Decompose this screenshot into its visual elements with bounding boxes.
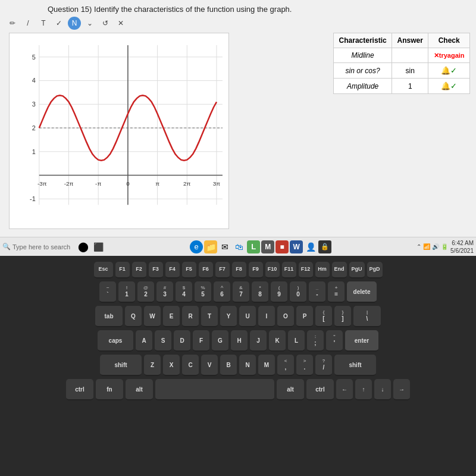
key-0[interactable]: )0 [290, 281, 306, 303]
key-c[interactable]: C [182, 355, 199, 376]
key-m[interactable]: M [258, 355, 275, 376]
line-tool[interactable]: / [21, 17, 35, 30]
key-f9[interactable]: F9 [249, 262, 263, 278]
key-o[interactable]: O [277, 306, 294, 327]
store-icon[interactable]: 🛍 [233, 240, 246, 253]
search-placeholder[interactable]: Type here to search [12, 243, 70, 250]
key-semicolon[interactable]: :; [307, 330, 324, 352]
key-8[interactable]: *8 [252, 281, 268, 303]
key-f5[interactable]: F5 [182, 262, 196, 278]
mail-icon[interactable]: ✉ [218, 240, 231, 253]
key-left[interactable]: ← [336, 379, 353, 400]
key-f8[interactable]: F8 [232, 262, 246, 278]
key-f7[interactable]: F7 [215, 262, 230, 278]
key-lalt[interactable]: alt [126, 379, 153, 400]
key-3[interactable]: #3 [156, 281, 173, 303]
key-i[interactable]: I [258, 306, 275, 327]
key-backspace[interactable]: delete [347, 281, 377, 303]
key-l[interactable]: L [288, 330, 305, 352]
key-minus[interactable]: _- [309, 281, 325, 303]
key-slash[interactable]: ?/ [315, 355, 332, 376]
key-q[interactable]: Q [125, 306, 142, 327]
key-y[interactable]: Y [220, 306, 237, 327]
key-g[interactable]: G [212, 330, 228, 352]
key-d[interactable]: D [174, 330, 190, 352]
key-quote[interactable]: "' [326, 330, 343, 352]
answer-midline[interactable] [392, 48, 428, 63]
key-2[interactable]: @2 [137, 281, 154, 303]
time-block[interactable]: 6:42 AM 5/6/2021 [450, 239, 474, 255]
l-icon[interactable]: L [247, 240, 260, 253]
key-9[interactable]: (9 [271, 281, 287, 303]
key-p[interactable]: P [296, 306, 313, 327]
photo-icon[interactable]: 👤 [304, 240, 317, 253]
key-pgdn[interactable]: PgD [367, 262, 383, 278]
n-tool[interactable]: N [68, 17, 81, 30]
key-rshift[interactable]: shift [334, 355, 376, 376]
key-lbracket[interactable]: {[ [315, 306, 332, 327]
text-tool[interactable]: T [37, 17, 50, 30]
key-f6[interactable]: F6 [199, 262, 213, 278]
edge-icon[interactable]: e [190, 240, 203, 253]
key-rctrl[interactable]: ctrl [306, 379, 334, 400]
word-icon[interactable]: W [290, 240, 303, 253]
key-pgup[interactable]: PgU [349, 262, 365, 278]
key-up[interactable]: ↑ [355, 379, 372, 400]
key-f11[interactable]: F11 [282, 262, 296, 278]
key-b[interactable]: B [220, 355, 237, 376]
key-e[interactable]: E [163, 306, 180, 327]
key-r[interactable]: R [182, 306, 199, 327]
key-rbracket[interactable]: }] [334, 306, 351, 327]
taskbar-square[interactable]: ⬛ [92, 240, 105, 253]
key-home[interactable]: Hm [315, 262, 330, 278]
key-enter[interactable]: enter [345, 330, 378, 352]
key-f2[interactable]: F2 [132, 262, 146, 278]
key-f[interactable]: F [193, 330, 209, 352]
key-comma[interactable]: <, [277, 355, 294, 376]
key-space[interactable] [155, 379, 274, 400]
key-z[interactable]: Z [144, 355, 161, 376]
key-equals[interactable]: += [328, 281, 345, 303]
key-u[interactable]: U [239, 306, 256, 327]
key-right[interactable]: → [393, 379, 410, 400]
key-lshift[interactable]: shift [100, 355, 142, 376]
close-tool[interactable]: ✕ [114, 17, 127, 30]
key-f1[interactable]: F1 [115, 262, 130, 278]
key-f4[interactable]: F4 [165, 262, 180, 278]
key-a[interactable]: A [136, 330, 152, 352]
key-4[interactable]: $4 [176, 281, 192, 303]
key-7[interactable]: &7 [233, 281, 249, 303]
m-icon[interactable]: M [261, 240, 274, 253]
key-lctrl[interactable]: ctrl [66, 379, 93, 400]
key-k[interactable]: K [269, 330, 286, 352]
key-6[interactable]: ^6 [214, 281, 230, 303]
key-j[interactable]: J [250, 330, 267, 352]
undo-tool[interactable]: ↺ [99, 17, 112, 30]
key-fn[interactable]: fn [96, 379, 123, 400]
taskbar-circle[interactable]: ⬤ [77, 240, 90, 253]
key-h[interactable]: H [231, 330, 248, 352]
key-tilde[interactable]: ~` [99, 281, 116, 303]
key-n[interactable]: N [239, 355, 256, 376]
search-area[interactable]: 🔍 Type here to search [2, 243, 70, 250]
key-tab[interactable]: tab [95, 306, 123, 327]
chevron-up-icon[interactable]: ⌃ [416, 243, 421, 250]
key-1[interactable]: !1 [118, 281, 135, 303]
red-icon[interactable]: ■ [275, 240, 289, 253]
key-period[interactable]: >. [296, 355, 313, 376]
volume-icon[interactable]: 🔊 [432, 243, 439, 250]
key-w[interactable]: W [144, 306, 161, 327]
pencil-tool[interactable]: ✏ [6, 17, 19, 30]
key-f10[interactable]: F10 [265, 262, 280, 278]
check-tool[interactable]: ✓ [52, 17, 65, 30]
key-f3[interactable]: F3 [149, 262, 163, 278]
key-ralt[interactable]: alt [277, 379, 304, 400]
key-caps[interactable]: caps [98, 330, 133, 352]
key-x[interactable]: X [163, 355, 180, 376]
key-esc[interactable]: Esc [94, 262, 113, 278]
key-f12[interactable]: F12 [299, 262, 313, 278]
key-down[interactable]: ↓ [374, 379, 391, 400]
lock-icon[interactable]: 🔒 [318, 240, 331, 253]
explorer-icon[interactable]: 📁 [204, 240, 217, 253]
key-s[interactable]: S [155, 330, 171, 352]
